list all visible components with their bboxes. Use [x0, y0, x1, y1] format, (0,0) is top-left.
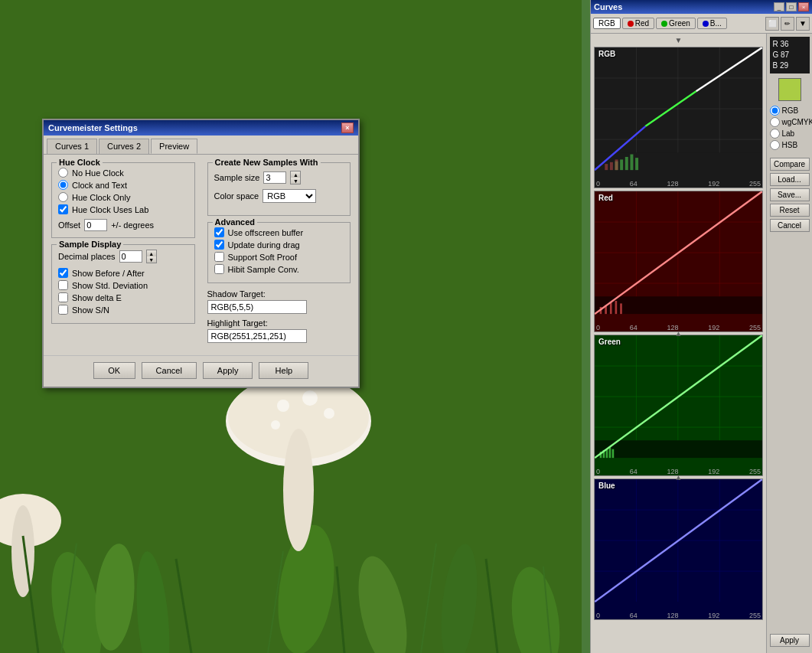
show-std-dev-checkbox[interactable]	[58, 280, 68, 290]
svg-point-11	[302, 390, 318, 406]
dialog-close-button[interactable]: ×	[341, 122, 354, 133]
dialog-tabs: Curves 1 Curves 2 Preview	[44, 135, 358, 155]
curves-minimize[interactable]: _	[774, 2, 784, 11]
offset-input[interactable]	[84, 219, 107, 231]
curves-options[interactable]: ▼	[796, 17, 810, 31]
green-axis-0: 0	[596, 468, 600, 475]
curve-graph-green[interactable]: ▲ Green	[594, 335, 763, 476]
green-axis-255: 255	[749, 468, 761, 475]
curve-graph-red[interactable]: Red	[594, 191, 763, 332]
blue-graph-label: Blue	[598, 482, 615, 490]
ok-button[interactable]: OK	[93, 362, 135, 379]
rgb-mode-radio[interactable]	[770, 106, 780, 116]
decimal-places-input[interactable]	[119, 250, 142, 263]
show-sn-checkbox[interactable]	[58, 305, 68, 315]
decimal-spin-up[interactable]: ▲	[147, 250, 156, 256]
channel-tab-blue[interactable]: B...	[697, 18, 727, 29]
rgb-graph-label: RGB	[598, 50, 615, 58]
hue-clock-title: Hue Clock	[57, 158, 103, 167]
b-label: B	[773, 61, 778, 70]
tab-preview[interactable]: Preview	[151, 139, 197, 154]
show-delta-e-checkbox[interactable]	[58, 292, 68, 302]
apply-button[interactable]: Apply	[203, 362, 253, 379]
color-space-row: Color space RGB Lab CMYK	[214, 189, 344, 203]
r-value-row: R 36	[773, 39, 807, 50]
rgb-axis: 0 64 128 192 255	[595, 180, 762, 188]
red-axis-255: 255	[749, 324, 761, 331]
color-mode-radio-group: RGB wgCMYK Lab HSB	[770, 106, 810, 150]
sample-size-row: Sample size ▲ ▼	[214, 171, 344, 184]
curve-graph-blue[interactable]: ▲ Blue 0 64 128 192 255	[594, 478, 763, 620]
channel-tab-red[interactable]: Red	[622, 18, 654, 29]
curves-panel: Curves _ □ × RGB Red Green B... ⬜ ✏ ▼	[590, 0, 812, 653]
highlight-target-input[interactable]	[207, 329, 307, 343]
tab-curves2[interactable]: Curves 2	[99, 139, 149, 154]
curve-graph-rgb[interactable]: RGB	[594, 47, 763, 188]
no-hue-clock-row: No Hue Clock	[58, 168, 188, 178]
show-std-dev-row: Show Std. Deviation	[58, 280, 188, 290]
show-delta-e-row: Show delta E	[58, 292, 188, 302]
shadow-target-input[interactable]	[207, 300, 307, 314]
curves-maximize[interactable]: □	[786, 2, 797, 11]
curves-close[interactable]: ×	[798, 2, 809, 11]
red-curve-svg	[595, 191, 762, 331]
save-button[interactable]: Save...	[770, 188, 810, 201]
sample-display-group: Sample Display Decimal places ▲ ▼ Show B…	[51, 244, 195, 324]
svg-rect-52	[610, 302, 612, 314]
curves-tool-1[interactable]: ⬜	[765, 17, 779, 31]
lab-mode-radio[interactable]	[770, 129, 780, 139]
help-button[interactable]: Help	[259, 362, 308, 379]
svg-point-10	[277, 400, 289, 412]
channel-tab-rgb[interactable]: RGB	[593, 18, 621, 29]
svg-line-42	[696, 47, 762, 91]
update-drag-checkbox[interactable]	[214, 240, 224, 250]
sample-size-spinner[interactable]: ▲ ▼	[290, 171, 301, 184]
offset-label: Offset	[58, 220, 80, 230]
support-soft-proof-checkbox[interactable]	[214, 252, 224, 262]
rgb-mode-row: RGB	[770, 106, 810, 116]
sample-size-label: Sample size	[214, 173, 260, 182]
show-before-after-row: Show Before / After	[58, 268, 188, 278]
use-offscreen-checkbox[interactable]	[214, 227, 224, 237]
hue-clock-uses-lab-label: Hue Clock Uses Lab	[72, 205, 148, 214]
curves-titlebar: Curves _ □ ×	[591, 0, 812, 14]
svg-rect-54	[620, 303, 622, 314]
blue-axis-128: 128	[667, 612, 678, 619]
clock-text-radio[interactable]	[58, 180, 68, 190]
hue-clock-uses-lab-checkbox[interactable]	[58, 204, 68, 214]
compare-button[interactable]: Compare	[770, 158, 810, 171]
cancel-curves-button[interactable]: Cancel	[770, 219, 810, 232]
load-button[interactable]: Load...	[770, 173, 810, 186]
g-value-row: G 87	[773, 50, 807, 60]
sample-size-spin-up[interactable]: ▲	[291, 171, 300, 178]
no-hue-clock-radio[interactable]	[58, 168, 68, 178]
show-before-after-checkbox[interactable]	[58, 268, 68, 278]
blue-axis: 0 64 128 192 255	[595, 612, 762, 619]
svg-rect-36	[635, 158, 638, 170]
apply-button-curves[interactable]: Apply	[770, 634, 810, 647]
decimal-spin-down[interactable]: ▼	[147, 256, 156, 263]
sample-size-input[interactable]	[263, 171, 286, 184]
green-graph-label: Green	[598, 338, 621, 346]
sample-size-spin-down[interactable]: ▼	[291, 178, 300, 184]
color-space-select[interactable]: RGB Lab CMYK	[263, 189, 316, 203]
decimal-spinner[interactable]: ▲ ▼	[146, 250, 157, 263]
channel-tab-green[interactable]: Green	[656, 18, 696, 29]
tab-curves1[interactable]: Curves 1	[47, 139, 97, 154]
decimal-places-row: Decimal places ▲ ▼	[58, 250, 188, 263]
svg-rect-37	[605, 164, 608, 170]
green-dot	[661, 21, 667, 27]
g-label: G	[773, 51, 779, 59]
cancel-button[interactable]: Cancel	[142, 362, 197, 379]
hue-only-radio[interactable]	[58, 192, 68, 202]
green-axis-192: 192	[708, 468, 719, 475]
reset-button[interactable]: Reset	[770, 204, 810, 217]
hsb-mode-radio[interactable]	[770, 140, 780, 150]
hibit-sample-checkbox[interactable]	[214, 264, 224, 274]
wgcmyk-mode-radio[interactable]	[770, 117, 780, 127]
g-value: 87	[781, 51, 789, 59]
show-std-dev-label: Show Std. Deviation	[72, 281, 148, 290]
curves-tool-2[interactable]: ✏	[781, 17, 794, 31]
color-swatch	[778, 78, 801, 101]
decimal-places-label: Decimal places	[58, 252, 116, 261]
